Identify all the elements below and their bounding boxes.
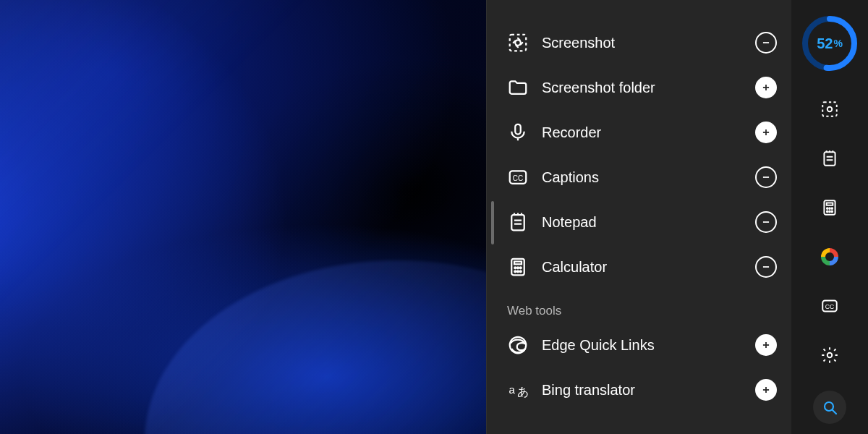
svg-point-16 — [517, 267, 519, 268]
folder-icon — [507, 77, 529, 98]
svg-point-15 — [514, 267, 516, 268]
edge-icon — [507, 334, 529, 356]
tool-label: Captions — [542, 169, 742, 186]
sidebar-settings-icon[interactable] — [816, 341, 843, 369]
tool-row-edge-quick-links[interactable]: Edge Quick Links — [507, 323, 777, 367]
tool-label: Calculator — [542, 259, 742, 276]
tool-row-screenshot[interactable]: Screenshot — [507, 20, 777, 65]
remove-button[interactable] — [755, 256, 777, 278]
svg-text:CC: CC — [825, 303, 835, 310]
google-icon — [821, 248, 838, 265]
tool-row-bing-translator[interactable]: aあ Bing translator — [507, 367, 777, 412]
remove-button[interactable] — [755, 166, 777, 188]
tool-label: Screenshot — [542, 35, 742, 51]
scrollbar-thumb[interactable] — [491, 201, 494, 244]
svg-rect-14 — [514, 262, 522, 265]
svg-point-17 — [520, 267, 522, 268]
tool-label: Notepad — [542, 214, 742, 231]
tool-label: Recorder — [542, 124, 742, 141]
add-button[interactable] — [755, 77, 777, 98]
svg-rect-5 — [515, 124, 521, 135]
svg-text:a: a — [509, 383, 516, 396]
tools-panel: Screenshot Screenshot folder Recorder CC… — [486, 0, 791, 434]
svg-point-40 — [829, 211, 830, 213]
section-header-web-tools: Web tools — [507, 289, 777, 323]
sidebar-search-button[interactable] — [813, 391, 846, 424]
performance-gauge[interactable]: 52% — [799, 13, 860, 74]
remove-button[interactable] — [755, 211, 777, 233]
svg-rect-0 — [510, 35, 527, 51]
sidebar-captions-icon[interactable]: CC — [816, 292, 843, 320]
svg-point-39 — [827, 211, 828, 213]
svg-point-32 — [827, 107, 833, 112]
svg-point-20 — [520, 271, 522, 272]
sidebar-google-icon[interactable] — [816, 243, 843, 271]
gauge-value: 52% — [799, 13, 860, 74]
svg-text:あ: あ — [517, 385, 529, 398]
svg-point-44 — [827, 353, 833, 358]
screenshot-icon — [507, 32, 529, 54]
add-button[interactable] — [755, 122, 777, 143]
tool-row-recorder[interactable]: Recorder — [507, 110, 777, 155]
tool-row-screenshot-folder[interactable]: Screenshot folder — [507, 65, 777, 110]
add-button[interactable] — [755, 334, 777, 356]
sidebar-calculator-icon[interactable] — [816, 194, 843, 221]
add-button[interactable] — [755, 379, 777, 401]
svg-rect-11 — [511, 215, 524, 230]
tool-row-notepad[interactable]: Notepad — [507, 200, 777, 244]
sidebar: 52% CC — [791, 0, 868, 434]
svg-point-37 — [829, 208, 830, 209]
sidebar-notepad-icon[interactable] — [816, 145, 843, 172]
svg-text:CC: CC — [513, 174, 523, 182]
microphone-icon — [507, 122, 529, 143]
captions-icon: CC — [507, 166, 529, 188]
svg-point-1 — [515, 40, 521, 46]
sidebar-screenshot-icon[interactable] — [816, 95, 843, 123]
svg-point-18 — [514, 271, 516, 272]
svg-rect-35 — [827, 203, 833, 205]
svg-point-41 — [831, 211, 833, 213]
svg-point-36 — [827, 208, 828, 209]
svg-point-19 — [517, 271, 519, 272]
tool-row-calculator[interactable]: Calculator — [507, 244, 777, 289]
translate-icon: aあ — [507, 379, 529, 401]
svg-point-38 — [831, 208, 833, 209]
remove-button[interactable] — [755, 32, 777, 54]
tool-label: Screenshot folder — [542, 80, 742, 96]
svg-rect-31 — [822, 102, 837, 116]
svg-line-46 — [833, 410, 836, 414]
calculator-icon — [507, 256, 529, 278]
notepad-icon — [507, 211, 529, 233]
tool-label: Bing translator — [542, 382, 742, 399]
svg-rect-33 — [824, 152, 835, 165]
tool-label: Edge Quick Links — [542, 337, 742, 354]
tool-row-captions[interactable]: CC Captions — [507, 155, 777, 200]
svg-point-45 — [825, 402, 833, 411]
